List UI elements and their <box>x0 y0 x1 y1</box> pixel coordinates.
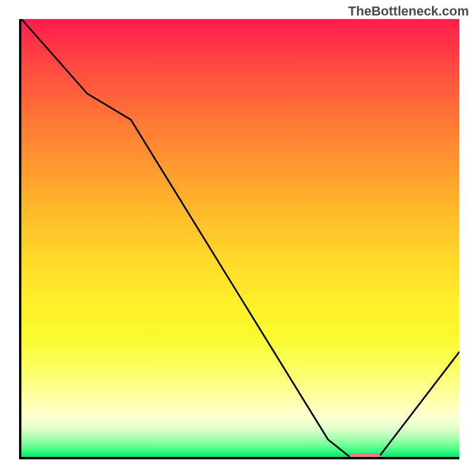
watermark-text: TheBottleneck.com <box>348 4 469 19</box>
optimal-marker <box>350 453 381 457</box>
line-chart-svg <box>21 19 459 457</box>
chart-container: TheBottleneck.com <box>0 0 476 476</box>
bottleneck-curve-path <box>21 19 459 457</box>
plot-area <box>19 19 459 459</box>
